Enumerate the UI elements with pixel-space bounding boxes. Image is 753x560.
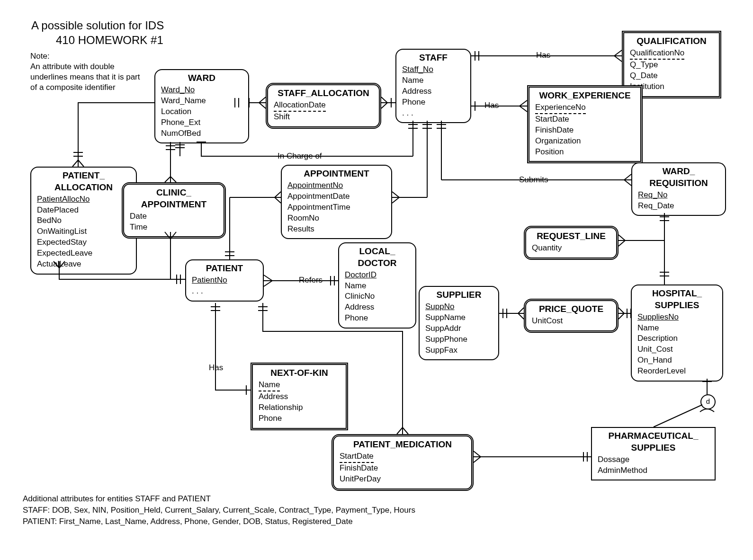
attr: Staff_No xyxy=(402,64,465,75)
attr: Position xyxy=(535,147,635,158)
footer-line2: STAFF: DOB, Sex, NIN, Position_Held, Cur… xyxy=(23,505,415,516)
entity-request-line: REQUEST_LINE Quantity xyxy=(524,226,619,260)
attr: Shift xyxy=(274,112,373,123)
svg-point-36 xyxy=(167,172,174,178)
note-line1: An attribute with double xyxy=(30,62,140,72)
attr: SuppliesNo xyxy=(637,312,717,323)
entity-pharmaceutical-supplies: PHARMACEUTICAL_ SUPPLIES Dossage AdminMe… xyxy=(591,427,716,480)
attr: ExpectedStay xyxy=(37,237,130,248)
svg-point-52 xyxy=(621,237,629,244)
attr: SuppPhone xyxy=(425,334,493,345)
attr: Name xyxy=(637,323,717,334)
entity-name: HOSPITAL_ xyxy=(637,288,717,299)
entity-name: QUALIFICATION xyxy=(630,36,713,47)
svg-point-63 xyxy=(276,277,283,284)
entity-clinic-appointment: CLINIC_ APPOINTMENT Date Time xyxy=(122,182,226,239)
entity-name: NEXT-OF-KIN xyxy=(259,368,340,379)
attr: ExperienceNo xyxy=(535,102,586,114)
attr: AppointmentTime xyxy=(287,202,385,213)
svg-point-29 xyxy=(74,158,82,164)
entity-patient-medication: PATIENT_MEDICATION StartDate FinishDate … xyxy=(332,434,474,491)
attr: Location xyxy=(161,107,242,117)
attr: ClinicNo xyxy=(345,291,410,302)
attr: Q_Date xyxy=(630,71,713,81)
attr: Address xyxy=(345,302,410,313)
attr: RoomNo xyxy=(287,213,385,224)
svg-point-68 xyxy=(238,387,245,393)
entity-name: PHARMACEUTICAL_ xyxy=(598,431,709,442)
entity-ward-requisition: WARD_ REQUISITION Req_No Req_Date xyxy=(631,162,726,216)
attr: Name xyxy=(402,75,465,86)
attr: QualificationNo xyxy=(630,48,684,60)
entity-name: CLINIC_ xyxy=(130,187,218,198)
svg-point-58 xyxy=(512,310,520,317)
entity-name: SUPPLIER xyxy=(425,290,493,301)
rel-label-refers: Refers xyxy=(297,276,324,285)
svg-point-9 xyxy=(603,52,612,60)
attr: Name xyxy=(259,380,280,391)
note-block: Note: An attribute with double underline… xyxy=(30,51,140,93)
attr: UnitPerDay xyxy=(340,474,466,485)
entity-name: APPOINTMENT xyxy=(287,169,385,179)
entity-name: PATIENT_ xyxy=(37,170,130,181)
attr: SuppAddr xyxy=(425,323,493,334)
disjoint-circle-icon: d xyxy=(700,394,716,409)
attr: DatePlaced xyxy=(37,205,130,216)
rel-label-has-qualification: Has xyxy=(534,51,552,60)
entity-work-experience: WORK_EXPERIENCE ExperienceNo StartDate F… xyxy=(527,85,643,163)
page: A possible solution for IDS 410 HOMEWORK… xyxy=(0,0,753,560)
rel-label-in-charge: In Charge of xyxy=(276,151,324,161)
attr: Ward_Name xyxy=(161,96,242,107)
page-title: A possible solution for IDS 410 HOMEWORK… xyxy=(31,18,164,47)
svg-point-22 xyxy=(197,145,206,152)
entity-name2: APPOINTMENT xyxy=(130,199,218,210)
attr: Description xyxy=(637,333,717,344)
attr: SuppName xyxy=(425,312,493,323)
footer-block: Additional attributes for entities STAFF… xyxy=(23,493,415,527)
attr: Req_Date xyxy=(638,201,719,212)
entity-price-quote: PRICE_QUOTE UnitCost xyxy=(524,299,619,333)
entity-staff-allocation: STAFF_ALLOCATION AllocationDate Shift xyxy=(266,83,381,129)
attr: Quantity xyxy=(532,243,610,254)
attr: PatientAllocNo xyxy=(37,194,130,205)
entity-name: STAFF_ALLOCATION xyxy=(274,88,373,99)
entity-name: LOCAL_ xyxy=(345,246,410,257)
attr: Phone xyxy=(259,413,340,424)
entity-appointment: APPOINTMENT AppointmentNo AppointmentDat… xyxy=(281,165,392,239)
attr: BedNo xyxy=(37,215,130,226)
attr: FinishDate xyxy=(535,125,635,136)
entity-name: WORK_EXPERIENCE xyxy=(535,90,635,101)
attr: Phone xyxy=(345,313,410,324)
attr: AppointmentNo xyxy=(287,180,385,191)
svg-point-47 xyxy=(395,194,403,201)
footer-line1: Additional attributes for entities STAFF… xyxy=(23,493,415,505)
attr: Phone_Ext xyxy=(161,117,242,128)
entity-name: PATIENT xyxy=(192,263,257,274)
svg-point-39 xyxy=(167,240,174,247)
attr: Phone xyxy=(402,97,465,108)
entity-name: PRICE_QUOTE xyxy=(532,304,610,315)
attr: AppointmentDate xyxy=(287,191,385,202)
attr: Results xyxy=(287,224,385,235)
attr: SuppNo xyxy=(425,302,493,312)
attr: Req_No xyxy=(638,190,719,201)
entity-ward: WARD Ward_No Ward_Name Location Phone_Ex… xyxy=(154,69,249,143)
attr: Ward_No xyxy=(161,85,242,96)
entity-local-doctor: LOCAL_ DOCTOR DoctorID Name ClinicNo Add… xyxy=(338,242,416,329)
attr: ActualLeave xyxy=(37,259,130,270)
attr: NumOfBed xyxy=(161,128,242,139)
attr: . . . xyxy=(402,108,465,119)
entity-name2: SUPPLIES xyxy=(598,443,709,453)
svg-point-49 xyxy=(616,177,623,183)
attr: FinishDate xyxy=(340,463,466,474)
rel-label-has-nok: Has xyxy=(207,363,225,373)
entity-supplier: SUPPLIER SuppNo SuppName SuppAddr SuppPh… xyxy=(419,286,499,360)
attr: ExpectedLeave xyxy=(37,248,130,259)
svg-point-12 xyxy=(510,102,518,110)
entity-name: WARD_ xyxy=(638,166,719,177)
attr: ReorderLevel xyxy=(637,366,717,377)
entity-name: REQUEST_LINE xyxy=(532,231,610,242)
note-label: Note: xyxy=(30,51,140,62)
entity-next-of-kin: NEXT-OF-KIN Name Address Relationship Ph… xyxy=(251,363,348,430)
attr: Address xyxy=(259,391,340,402)
